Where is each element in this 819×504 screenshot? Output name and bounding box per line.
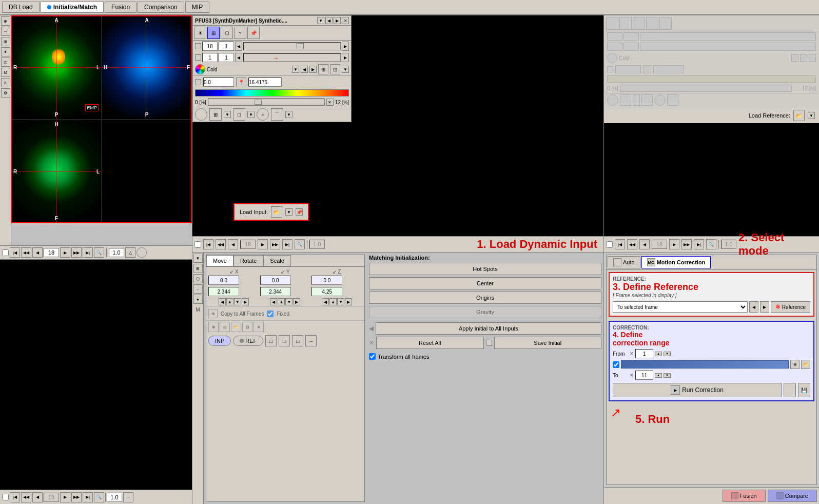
- icon-btn-grid[interactable]: ⊞: [207, 27, 220, 39]
- reference-btn[interactable]: ✱ Reference: [771, 301, 810, 313]
- range-checkbox[interactable]: [613, 361, 619, 368]
- toolbar-btn-2[interactable]: ↔: [1, 27, 10, 36]
- tx-x1[interactable]: [208, 276, 239, 285]
- arr-right-2[interactable]: ▶: [342, 53, 349, 62]
- compare-btn[interactable]: Compare: [768, 490, 817, 502]
- arr-right-1[interactable]: ▶: [342, 42, 349, 51]
- pct-slider[interactable]: [208, 99, 325, 106]
- y-left[interactable]: ◀: [270, 298, 277, 305]
- color-settings[interactable]: ▼: [342, 66, 349, 73]
- z-down[interactable]: ▼: [337, 298, 344, 305]
- bt-1[interactable]: ▼: [193, 254, 203, 263]
- icon-btn-pin[interactable]: 📌: [247, 27, 260, 39]
- tb-arr[interactable]: →: [305, 335, 317, 346]
- slider-track-1[interactable]: [243, 42, 341, 50]
- z-up[interactable]: ▲: [329, 298, 337, 305]
- icon-btn-3d[interactable]: ⬡: [221, 27, 233, 39]
- panel-prev[interactable]: ◀: [325, 17, 333, 24]
- center-btn[interactable]: Center: [369, 277, 601, 289]
- fusion-btn[interactable]: Fusion: [723, 490, 766, 502]
- left-zoom-btn[interactable]: 🔍: [94, 247, 104, 258]
- bt-2[interactable]: ⊞: [193, 264, 203, 273]
- save-initial-btn[interactable]: Save Initial: [494, 337, 602, 349]
- lb-zoom[interactable]: 🔍: [94, 492, 104, 502]
- r-next[interactable]: ▶▶: [681, 239, 692, 249]
- range-bar-icon1[interactable]: ⊕: [790, 360, 800, 369]
- toolbar-btn-7[interactable]: 8: [1, 78, 10, 87]
- tab-comparison[interactable]: Comparison: [138, 2, 184, 13]
- tb-square2[interactable]: □: [279, 335, 290, 346]
- mc-tab-motion[interactable]: MC Motion Correction: [641, 256, 711, 268]
- from-down[interactable]: ▼: [664, 352, 671, 356]
- load-input-icon-btn[interactable]: 📂: [271, 206, 282, 218]
- middle-checkbox[interactable]: [194, 241, 201, 248]
- tb-square1[interactable]: □: [265, 335, 277, 346]
- btn-square[interactable]: □: [233, 108, 245, 121]
- copy-icon[interactable]: ⊕: [208, 309, 218, 318]
- left-bottom-checkbox[interactable]: [2, 494, 9, 500]
- range-min-input[interactable]: [203, 77, 234, 87]
- lb-frame[interactable]: [44, 493, 59, 502]
- lb-next[interactable]: ▶▶: [71, 492, 82, 502]
- run-square-btn[interactable]: [784, 383, 796, 397]
- lb-first[interactable]: |◀: [10, 492, 20, 502]
- reset-all-btn[interactable]: Reset All: [376, 337, 484, 349]
- left-play-next[interactable]: ▶▶: [71, 247, 82, 258]
- mid-frame[interactable]: [240, 240, 256, 249]
- panel-next[interactable]: ▶: [334, 17, 341, 24]
- tx-x2[interactable]: [208, 287, 239, 296]
- color-prev[interactable]: ◀: [301, 66, 308, 73]
- run-save-btn[interactable]: 💾: [798, 383, 810, 397]
- left-frame-input[interactable]: [44, 248, 59, 257]
- ref-frame-dropdown[interactable]: To selected frame: [613, 301, 748, 313]
- tx-z1[interactable]: [311, 276, 342, 285]
- ref-btn[interactable]: REF: [233, 336, 263, 346]
- val2-input[interactable]: [219, 42, 234, 51]
- toolbar-btn-4[interactable]: ✦: [1, 47, 10, 56]
- tab-initialize-match[interactable]: Initialize/Match: [41, 2, 104, 13]
- r-zoom-val[interactable]: [721, 240, 736, 249]
- transform-all-checkbox[interactable]: [369, 353, 376, 360]
- load-ref-icon[interactable]: 📂: [793, 110, 805, 121]
- load-ref-dropdown[interactable]: ▼: [808, 112, 815, 119]
- pct-clear[interactable]: ✕: [326, 99, 334, 106]
- y-up[interactable]: ▲: [278, 298, 285, 305]
- lb-prev[interactable]: ◀◀: [21, 492, 31, 502]
- toolbar-btn-5[interactable]: ◎: [1, 57, 10, 67]
- btn-curve[interactable]: ⌒: [271, 108, 283, 121]
- r-last[interactable]: ▶|: [694, 239, 704, 249]
- x-left[interactable]: ◀: [219, 298, 226, 305]
- slider-track-2[interactable]: →: [243, 53, 341, 62]
- val1-input[interactable]: [202, 42, 218, 51]
- tb-icon2[interactable]: ⊞: [220, 322, 230, 332]
- r-back[interactable]: ◀: [639, 239, 650, 249]
- tab-db-load[interactable]: DB Load: [2, 2, 40, 13]
- tab-rotate[interactable]: Rotate: [233, 255, 263, 266]
- tb-icon5[interactable]: ✕: [254, 322, 264, 332]
- from-up[interactable]: ▲: [655, 352, 662, 356]
- ref-next-btn[interactable]: ▶: [760, 301, 769, 313]
- color-icon2[interactable]: ⊡: [330, 64, 340, 74]
- range-bar-icon2[interactable]: 📂: [801, 360, 810, 369]
- lb-zoom-val[interactable]: [107, 493, 122, 502]
- arr-left-1[interactable]: ◀: [235, 42, 242, 51]
- btn-dropdown2[interactable]: ▼: [224, 111, 231, 118]
- icon-btn-contrast[interactable]: ☀: [194, 27, 206, 39]
- btn-circle[interactable]: [195, 108, 207, 121]
- tab-move[interactable]: Move: [206, 255, 233, 266]
- toolbar-btn-3[interactable]: ⊞: [1, 37, 10, 46]
- mid-next[interactable]: ▶▶: [270, 239, 280, 249]
- apply-initial-btn[interactable]: Apply Initial to All Inputs: [376, 322, 601, 335]
- toolbar-btn-1[interactable]: ⊕: [1, 16, 10, 26]
- ref-prev-btn[interactable]: ◀: [749, 301, 758, 313]
- mc-tab-auto[interactable]: Auto: [608, 256, 640, 268]
- btn-circle2[interactable]: ○: [257, 108, 269, 121]
- tx-y2[interactable]: [260, 287, 291, 296]
- mid-zoom-btn[interactable]: 🔍: [295, 239, 305, 249]
- left-play-back[interactable]: ◀: [32, 247, 43, 258]
- from-value[interactable]: [635, 349, 653, 358]
- bt-4[interactable]: ~: [193, 284, 203, 294]
- val3-input[interactable]: [202, 53, 218, 62]
- icon-btn-wave[interactable]: ~: [234, 27, 246, 39]
- color-wheel[interactable]: [195, 64, 205, 74]
